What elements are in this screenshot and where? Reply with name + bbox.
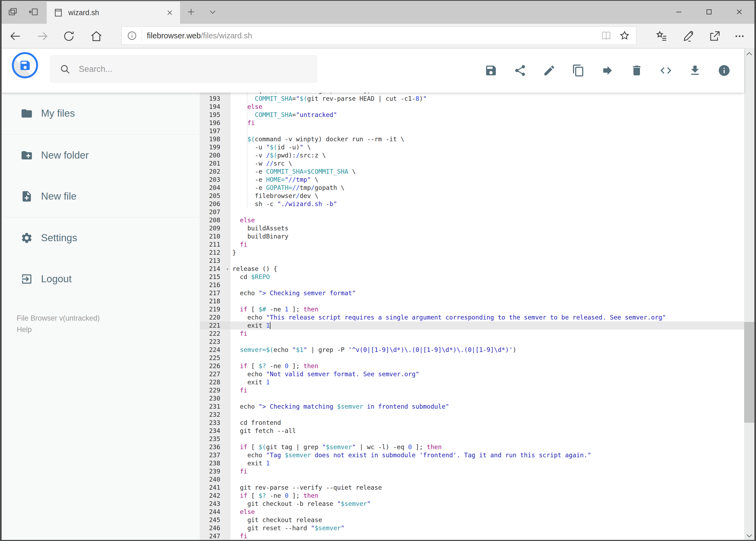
new-tab-icon[interactable] bbox=[182, 0, 200, 24]
code-line[interactable]: 244 else bbox=[200, 508, 744, 516]
code-line[interactable]: 225 bbox=[200, 354, 744, 362]
code-line[interactable]: 229 fi bbox=[200, 386, 744, 394]
code-line[interactable]: 233 cd frontend bbox=[200, 419, 744, 427]
sidebar-item-new-file[interactable]: New file bbox=[0, 180, 200, 213]
info-button[interactable] bbox=[718, 64, 731, 77]
code-line[interactable]: 196 fi bbox=[200, 119, 744, 127]
code-line[interactable]: 192 if [ "$(command -v git)" != "" ]; th… bbox=[200, 93, 744, 95]
sidebar-item-logout[interactable]: Logout bbox=[0, 263, 200, 295]
back-icon[interactable] bbox=[9, 30, 22, 43]
code-line[interactable]: 228 exit 1 bbox=[200, 378, 744, 386]
code-line[interactable]: 211 fi bbox=[200, 241, 744, 249]
code-line[interactable]: 220 echo "This release script requires a… bbox=[200, 313, 744, 321]
hub-icon[interactable] bbox=[655, 30, 668, 43]
switch-editor-button[interactable] bbox=[659, 64, 672, 77]
move-button[interactable] bbox=[601, 64, 614, 77]
share-button[interactable] bbox=[514, 64, 527, 77]
delete-button[interactable] bbox=[630, 64, 643, 77]
code-line[interactable]: 217 echo "> Checking semver format" bbox=[200, 289, 744, 297]
minimize-icon[interactable] bbox=[664, 1, 694, 23]
code-line[interactable]: 239 fi bbox=[200, 467, 744, 475]
code-line[interactable]: 201 -w //src \ bbox=[200, 159, 744, 168]
code-line[interactable]: 232 bbox=[200, 410, 744, 419]
code-line[interactable]: 203 -e HOME="//tmp" \ bbox=[200, 176, 744, 184]
filebrowser-logo[interactable] bbox=[12, 52, 38, 78]
url-text[interactable]: filebrowser.web/files/wizard.sh bbox=[147, 31, 601, 40]
code-line[interactable]: 224 semver=$(echo "$1" | grep -P '^v(0|[… bbox=[200, 346, 744, 354]
code-line[interactable]: 206 sh -c "./wizard.sh -b" bbox=[200, 200, 744, 208]
more-icon[interactable] bbox=[733, 30, 746, 43]
scroll-down-icon[interactable] bbox=[745, 531, 754, 540]
code-line[interactable]: 241 git rev-parse --verify --quiet relea… bbox=[200, 483, 744, 492]
code-line[interactable]: 246 git reset --hard "$semver" bbox=[200, 524, 744, 532]
refresh-icon[interactable] bbox=[62, 30, 75, 43]
code-line[interactable]: 227 echo "Not valid semver format. See s… bbox=[200, 370, 744, 378]
code-line[interactable]: 221 exit 1 bbox=[200, 321, 744, 329]
code-line[interactable]: 230 bbox=[200, 394, 744, 402]
close-icon[interactable] bbox=[724, 1, 754, 23]
code-line[interactable]: 213 bbox=[200, 257, 744, 265]
code-line[interactable]: 198 $(command -v winpty) docker run --rm… bbox=[200, 135, 744, 143]
search-input[interactable] bbox=[78, 64, 285, 74]
tab-close-icon[interactable] bbox=[163, 6, 176, 19]
code-editor[interactable]: 192 if [ "$(command -v git)" != "" ]; th… bbox=[200, 93, 744, 541]
code-line[interactable]: 223 bbox=[200, 337, 744, 346]
code-line[interactable]: 195 COMMIT_SHA="untracked" bbox=[200, 111, 744, 119]
forward-icon[interactable] bbox=[36, 30, 49, 43]
scrollbar-thumb[interactable] bbox=[744, 322, 754, 423]
download-button[interactable] bbox=[688, 64, 701, 77]
url-bar[interactable]: filebrowser.web/files/wizard.sh bbox=[122, 26, 636, 45]
code-line[interactable]: 242 if [ $? -ne 0 ]; then bbox=[200, 492, 744, 500]
scroll-up-icon[interactable] bbox=[745, 50, 754, 58]
code-line[interactable]: 210 buildBinary bbox=[200, 232, 744, 241]
code-line[interactable]: 222 fi bbox=[200, 329, 744, 337]
save-button[interactable] bbox=[484, 64, 497, 77]
code-line[interactable]: 238 exit 1 bbox=[200, 459, 744, 467]
code-line[interactable]: 234 git fetch --all bbox=[200, 427, 744, 435]
code-line[interactable]: 226 if [ $? -ne 0 ]; then bbox=[200, 362, 744, 370]
favorite-star-icon[interactable] bbox=[619, 30, 630, 41]
code-line[interactable]: 200 -v /$(pwd):/src:z \ bbox=[200, 151, 744, 159]
browser-tab[interactable]: wizard.sh bbox=[47, 2, 180, 24]
code-line[interactable]: 215 cd $REPO bbox=[200, 273, 744, 281]
code-line[interactable]: 193 COMMIT_SHA="$(git rev-parse HEAD | c… bbox=[200, 95, 744, 103]
set-tabs-aside-icon[interactable] bbox=[25, 0, 42, 24]
code-line[interactable]: 247 fi bbox=[200, 532, 744, 540]
edit-button[interactable] bbox=[543, 64, 556, 77]
tab-list-chevron-icon[interactable] bbox=[204, 0, 221, 24]
web-note-icon[interactable] bbox=[682, 30, 695, 43]
code-line[interactable]: 243 git checkout -b release "$semver" bbox=[200, 500, 744, 508]
code-line[interactable]: 237 echo "Tag $semver does not exist in … bbox=[200, 451, 744, 459]
code-line[interactable]: 202 -e COMMIT_SHA=$COMMIT_SHA \ bbox=[200, 168, 744, 176]
maximize-icon[interactable] bbox=[694, 1, 724, 23]
code-line[interactable]: 204 -e GOPATH=//tmp/gopath \ bbox=[200, 184, 744, 192]
code-line[interactable]: 194 else bbox=[200, 103, 744, 111]
code-line[interactable]: 219 if [ $# -ne 1 ]; then bbox=[200, 305, 744, 313]
code-line[interactable]: 212} bbox=[200, 249, 744, 257]
code-line[interactable]: 240 bbox=[200, 475, 744, 483]
code-line[interactable]: 197 bbox=[200, 127, 744, 135]
sidebar-item-settings[interactable]: Settings bbox=[0, 222, 200, 254]
code-line[interactable]: 218 bbox=[200, 297, 744, 305]
code-line[interactable]: 199 -u "$(id -u)" \ bbox=[200, 143, 744, 151]
fold-arrow-icon[interactable]: ▾ bbox=[226, 265, 229, 273]
sidebar-item-new-folder[interactable]: New folder bbox=[0, 139, 200, 172]
tab-preview-icon[interactable] bbox=[4, 0, 22, 24]
code-line[interactable]: 231 echo "> Checking matching $semver in… bbox=[200, 402, 744, 410]
sidebar-item-my-files[interactable]: My files bbox=[0, 97, 200, 130]
code-line[interactable]: 205 filebrowser/dev \ bbox=[200, 192, 744, 200]
code-line[interactable]: 214▾release () { bbox=[200, 265, 744, 273]
code-line[interactable]: 236 if [ $(git tag | grep "$semver" | wc… bbox=[200, 443, 744, 451]
code-line[interactable]: 235 bbox=[200, 435, 744, 443]
code-line[interactable]: 216 bbox=[200, 281, 744, 289]
share-page-icon[interactable] bbox=[708, 30, 721, 43]
page-scrollbar[interactable] bbox=[744, 49, 754, 541]
code-line[interactable]: 245 git checkout release bbox=[200, 516, 744, 524]
code-line[interactable]: 208 else bbox=[200, 216, 744, 224]
help-link[interactable]: Help bbox=[17, 325, 32, 334]
copy-button[interactable] bbox=[572, 64, 585, 77]
site-info-icon[interactable] bbox=[126, 30, 137, 41]
search-bar[interactable] bbox=[50, 55, 317, 83]
code-line[interactable]: 209 buildAssets bbox=[200, 224, 744, 232]
home-icon[interactable] bbox=[90, 30, 103, 43]
